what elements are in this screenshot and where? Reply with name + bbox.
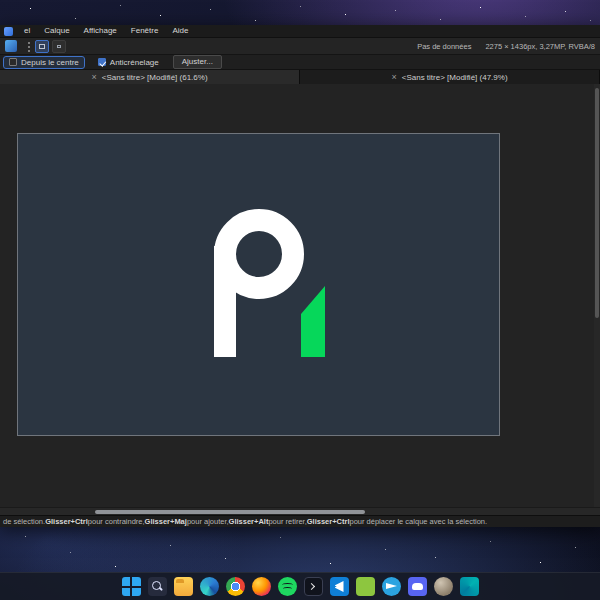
menu-item-aide[interactable]: Aide [166,25,194,37]
spotify-icon[interactable] [278,577,297,596]
horizontal-scrollbar-thumb[interactable] [95,510,365,514]
telegram-icon[interactable] [382,577,401,596]
vertical-scrollbar[interactable] [594,84,600,507]
antialias-label: Anticrénelage [110,58,159,67]
file-explorer-icon[interactable] [174,577,193,596]
close-icon[interactable]: × [91,71,96,83]
search-icon[interactable] [148,577,167,596]
terminal-icon[interactable] [304,577,323,596]
tool-bar: Pas de données 2275 × 1436px, 3,27MP, RV… [0,38,600,55]
menu-bar: el Calque Affichage Fenêtre Aide [0,25,600,38]
app-icon [4,27,13,36]
status-shortcut: Glisser+Maj [145,517,187,526]
discord-icon[interactable] [408,577,427,596]
image-editor-window: el Calque Affichage Fenêtre Aide Pas de … [0,25,600,527]
menu-item-0[interactable]: el [18,25,36,37]
status-shortcut: Glisser+Alt [229,517,269,526]
menu-item-fenetre[interactable]: Fenêtre [125,25,165,37]
chrome-browser-icon[interactable] [226,577,245,596]
taskbar [0,572,600,600]
logo-artwork [18,134,499,435]
memory-status: Pas de données [417,42,471,51]
tab-label: <Sans titre> [Modifié] (61.6%) [102,73,208,82]
tool-options-bar: Depuis le centre Anticrénelage Ajuster..… [0,55,600,70]
vscode-icon[interactable] [330,577,349,596]
rect-select-icon[interactable] [35,40,49,53]
app-tool-icon[interactable] [5,40,17,52]
menu-item-calque[interactable]: Calque [38,25,75,37]
close-icon[interactable]: × [391,71,396,83]
toolbar-info: Pas de données 2275 × 1436px, 3,27MP, RV… [417,42,595,51]
desktop-wallpaper: el Calque Affichage Fenêtre Aide Pas de … [0,0,600,600]
start-button-icon[interactable] [122,577,141,596]
firefox-browser-icon[interactable] [252,577,271,596]
document-tab-bar: × <Sans titre> [Modifié] (61.6%) × <Sans… [0,70,600,84]
adjust-button[interactable]: Ajuster... [173,55,222,69]
notepad-icon[interactable] [356,577,375,596]
status-bar: de sélection. Glisser+Ctrl pour contrain… [0,515,600,527]
status-hint: pour retirer, [268,517,306,526]
canvas-image[interactable] [17,133,500,436]
document-info: 2275 × 1436px, 3,27MP, RVBA/8 [485,42,595,51]
tab-label: <Sans titre> [Modifié] (47.9%) [402,73,508,82]
edge-browser-icon[interactable] [200,577,219,596]
krita-icon[interactable] [460,577,479,596]
gimp-icon[interactable] [434,577,453,596]
status-shortcut: Glisser+Ctrl [45,517,88,526]
antialias-checkbox[interactable] [98,58,106,66]
from-center-option[interactable]: Depuis le centre [4,57,84,68]
status-hint: pour ajouter, [187,517,229,526]
antialias-option[interactable]: Anticrénelage [93,57,164,68]
from-center-label: Depuis le centre [21,58,79,67]
status-hint: de sélection. [3,517,45,526]
vertical-scrollbar-thumb[interactable] [595,88,599,318]
horizontal-scrollbar[interactable] [0,507,600,515]
from-center-checkbox[interactable] [9,58,17,66]
canvas-area[interactable] [0,84,600,507]
status-shortcut: Glisser+Ctrl [307,517,350,526]
move-tool-icon[interactable] [52,40,66,53]
status-hint: pour déplacer le calque avec la sélectio… [350,517,488,526]
menu-item-affichage[interactable]: Affichage [78,25,123,37]
document-tab-2[interactable]: × <Sans titre> [Modifié] (47.9%) [300,70,600,84]
status-hint: pour contraindre, [88,517,145,526]
document-tab-1[interactable]: × <Sans titre> [Modifié] (61.6%) [0,70,300,84]
overflow-dots-icon[interactable] [27,41,30,52]
